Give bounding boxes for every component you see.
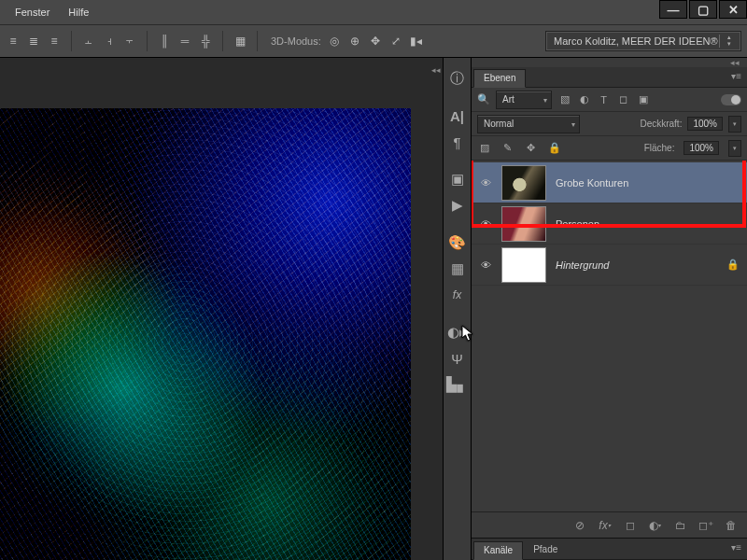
lock-paint-icon[interactable]: ✎: [500, 141, 514, 155]
opacity-flyout[interactable]: ▾: [728, 116, 741, 133]
layers-panel: ◂◂ Ebenen ▾≡ 🔍 Art ▧ ◐ T ◻ ▣ Normal Deck…: [471, 58, 747, 560]
tab-pfade[interactable]: Pfade: [523, 540, 568, 559]
opacity-label: Deckkraft:: [640, 119, 682, 129]
filter-adjust-icon[interactable]: ◐: [577, 92, 591, 106]
workspace-preset-value: Marco Kolditz, MEER DER IDEEN®: [554, 35, 718, 47]
lock-all-icon[interactable]: 🔒: [547, 141, 561, 155]
trash-icon[interactable]: 🗑: [724, 518, 738, 532]
document-canvas[interactable]: ◂◂: [0, 58, 443, 560]
layer-filter-row: 🔍 Art ▧ ◐ T ◻ ▣: [472, 88, 747, 112]
distribute-mid-icon[interactable]: ⫞: [102, 34, 117, 49]
visibility-toggle[interactable]: 👁: [479, 218, 492, 230]
mask-icon[interactable]: ◻: [623, 518, 637, 532]
spacing-v-icon[interactable]: ═: [177, 34, 192, 49]
styles-icon[interactable]: fx: [449, 287, 466, 303]
filter-type-value: Art: [502, 94, 514, 105]
menu-hilfe[interactable]: Hilfe: [59, 3, 98, 21]
menubar: Fenster Hilfe — ▢ ✕: [0, 0, 747, 24]
opacity-value[interactable]: 100%: [687, 117, 723, 131]
layer-name[interactable]: Personen: [556, 218, 599, 230]
tab-kanaele[interactable]: Kanäle: [473, 541, 523, 560]
orbit-icon[interactable]: ◎: [327, 34, 342, 49]
swatches-icon[interactable]: 🎨: [449, 234, 466, 251]
search-icon: 🔍: [477, 93, 490, 105]
visibility-toggle[interactable]: 👁: [479, 177, 492, 189]
distribute-top-icon[interactable]: ⫠: [81, 34, 96, 49]
scale3d-icon[interactable]: ⤢: [388, 34, 403, 49]
panel-menu-icon[interactable]: ▾≡: [731, 542, 741, 553]
group-icon[interactable]: 🗀: [673, 518, 687, 532]
layers-list: 👁 Grobe Konturen 👁 Personen 👁 Hintergrun…: [472, 161, 747, 511]
info-icon[interactable]: ⓘ: [449, 70, 466, 87]
blend-mode-dropdown[interactable]: Normal: [477, 115, 580, 133]
spacing-icon[interactable]: ╬: [198, 34, 213, 49]
filter-shape-icon[interactable]: ◻: [616, 92, 630, 106]
filter-toggle[interactable]: [721, 94, 741, 105]
lock-icon: 🔒: [726, 259, 740, 271]
close-button[interactable]: ✕: [719, 0, 747, 19]
distribute-bot-icon[interactable]: ⫟: [122, 34, 137, 49]
panel-icon[interactable]: ▣: [449, 171, 466, 188]
layer-thumbnail[interactable]: [501, 165, 546, 201]
grid-thumb-icon[interactable]: ▦: [449, 260, 466, 277]
layer-row[interactable]: 👁 Personen: [472, 203, 747, 245]
layer-thumbnail[interactable]: [501, 247, 546, 283]
adjustments-icon[interactable]: ◐▸: [449, 324, 466, 341]
layers-footer: ⊘ fx▾ ◻ ◐▾ 🗀 ◻⁺ 🗑: [472, 511, 747, 538]
align-center-icon[interactable]: ≣: [26, 34, 41, 49]
workspace-preset-dropdown[interactable]: Marco Kolditz, MEER DER IDEEN® ▴▾: [545, 31, 741, 51]
lock-move-icon[interactable]: ✥: [524, 141, 538, 155]
filter-image-icon[interactable]: ▧: [557, 92, 571, 106]
minimize-button[interactable]: —: [659, 0, 687, 19]
camera-icon[interactable]: ▮◂: [409, 34, 424, 49]
steps-icon[interactable]: ▙▖: [449, 376, 466, 393]
panel-dock: ⓘ A| ¶ ▣ ▶ 🎨 ▦ fx ◐▸ Ψ ▙▖: [443, 58, 471, 560]
tab-ebenen[interactable]: Ebenen: [473, 69, 526, 88]
usb-icon[interactable]: Ψ: [449, 350, 466, 367]
options-bar: ≡ ≣ ≡ ⫠ ⫞ ⫟ ║ ═ ╬ ▦ 3D-Modus: ◎ ⊕ ✥ ⤢ ▮◂…: [0, 24, 747, 58]
layer-name[interactable]: Hintergrund: [556, 259, 609, 271]
collapse-right-icon[interactable]: ◂◂: [431, 65, 441, 75]
visibility-toggle[interactable]: 👁: [479, 259, 492, 271]
lock-row: ▨ ✎ ✥ 🔒 Fläche: 100% ▾: [472, 136, 747, 161]
panel-menu-icon[interactable]: ▾≡: [731, 71, 741, 81]
play-icon[interactable]: ▶: [449, 197, 466, 214]
artwork-image: [0, 108, 411, 560]
new-layer-icon[interactable]: ◻⁺: [698, 518, 712, 532]
character-icon[interactable]: A|: [449, 107, 466, 124]
fill-flyout[interactable]: ▾: [728, 140, 741, 157]
filter-type-icon[interactable]: T: [597, 92, 611, 106]
fill-value[interactable]: 100%: [684, 141, 719, 155]
paragraph-icon[interactable]: ¶: [449, 133, 466, 150]
pan3d-icon[interactable]: ⊕: [347, 34, 362, 49]
fill-label: Fläche:: [644, 143, 675, 153]
layer-name[interactable]: Grobe Konturen: [556, 177, 628, 189]
layer-thumbnail[interactable]: [501, 206, 546, 242]
link-layers-icon[interactable]: ⊘: [572, 518, 586, 532]
mode3d-label: 3D-Modus:: [271, 35, 321, 47]
grid-icon[interactable]: ▦: [233, 34, 247, 49]
align-right-icon[interactable]: ≡: [47, 34, 62, 49]
layer-row[interactable]: 👁 Hintergrund 🔒: [472, 245, 747, 286]
filter-type-dropdown[interactable]: Art: [496, 91, 552, 109]
adjustment-layer-icon[interactable]: ◐▾: [648, 518, 662, 532]
blend-mode-value: Normal: [484, 119, 514, 129]
filter-smart-icon[interactable]: ▣: [636, 92, 650, 106]
fx-icon[interactable]: fx▾: [598, 518, 612, 532]
menu-fenster[interactable]: Fenster: [6, 3, 59, 21]
move3d-icon[interactable]: ✥: [368, 34, 383, 49]
maximize-button[interactable]: ▢: [689, 0, 717, 19]
panel-tabs: Ebenen ▾≡: [472, 67, 747, 88]
blend-row: Normal Deckkraft: 100% ▾: [472, 112, 747, 136]
spacing-h-icon[interactable]: ║: [157, 34, 172, 49]
layer-row[interactable]: 👁 Grobe Konturen: [472, 162, 747, 203]
window-controls: — ▢ ✕: [657, 0, 747, 19]
align-left-icon[interactable]: ≡: [6, 34, 21, 49]
bottom-tabs: Kanäle Pfade ▾≡: [472, 538, 747, 560]
lock-trans-icon[interactable]: ▨: [477, 141, 491, 155]
